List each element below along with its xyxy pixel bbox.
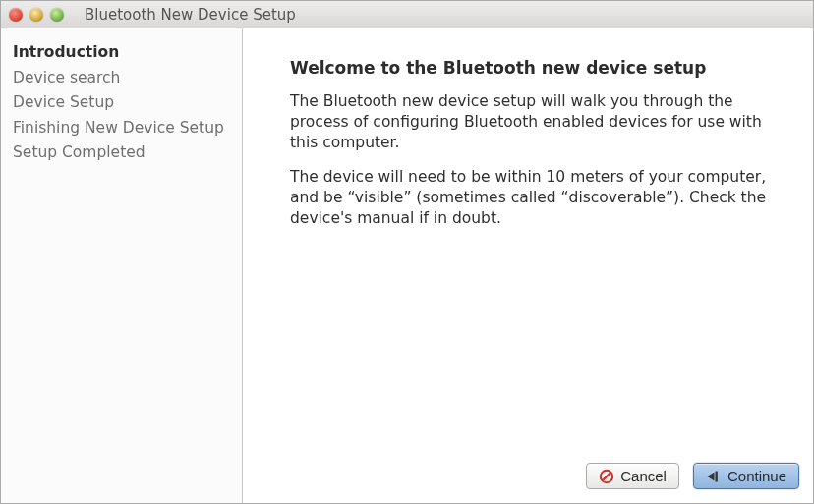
- cancel-button[interactable]: Cancel: [586, 463, 679, 489]
- step-device-search: Device search: [13, 66, 230, 91]
- svg-rect-2: [715, 471, 717, 481]
- continue-icon: [706, 469, 722, 484]
- step-device-setup: Device Setup: [13, 90, 230, 116]
- step-completed: Setup Completed: [13, 140, 230, 166]
- window-close-button[interactable]: [9, 8, 23, 22]
- window-minimize-button[interactable]: [29, 8, 43, 22]
- continue-label: Continue: [727, 468, 786, 484]
- intro-paragraph-1: The Bluetooth new device setup will walk…: [290, 91, 782, 153]
- step-introduction: Introduction: [13, 40, 230, 66]
- svg-line-1: [603, 473, 610, 480]
- svg-marker-3: [707, 472, 714, 480]
- window-maximize-button[interactable]: [50, 8, 64, 22]
- cancel-label: Cancel: [620, 468, 667, 484]
- window-body: Introduction Device search Device Setup …: [1, 28, 813, 503]
- wizard-main-pane: Welcome to the Bluetooth new device setu…: [243, 28, 813, 503]
- cancel-icon: [599, 469, 614, 484]
- page-heading: Welcome to the Bluetooth new device setu…: [290, 58, 782, 78]
- wizard-step-sidebar: Introduction Device search Device Setup …: [1, 28, 243, 503]
- bluetooth-setup-window: Bluetooth New Device Setup Introduction …: [0, 0, 814, 504]
- step-finishing: Finishing New Device Setup: [13, 116, 230, 141]
- intro-paragraph-2: The device will need to be within 10 met…: [290, 167, 782, 229]
- window-title: Bluetooth New Device Setup: [85, 6, 296, 24]
- continue-button[interactable]: Continue: [693, 463, 799, 489]
- wizard-footer: Cancel Continue: [243, 453, 813, 503]
- wizard-content: Welcome to the Bluetooth new device setu…: [243, 28, 813, 453]
- titlebar: Bluetooth New Device Setup: [1, 1, 813, 28]
